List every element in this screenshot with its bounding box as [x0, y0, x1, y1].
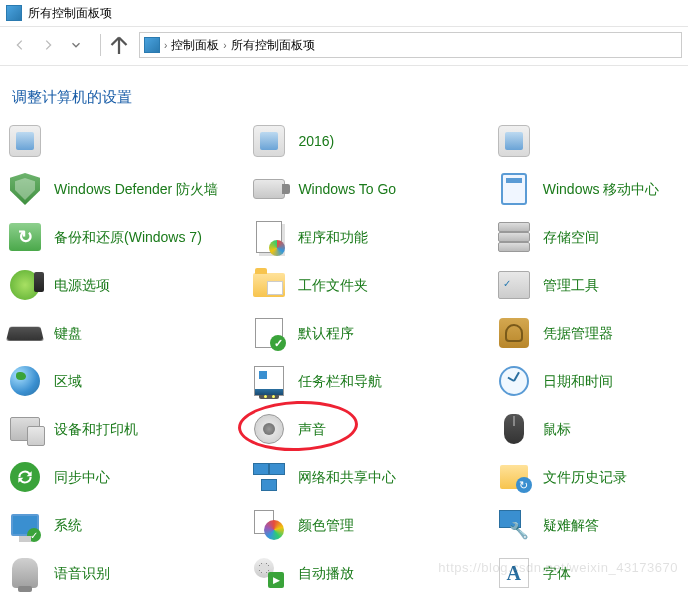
breadcrumb-segment[interactable]: 所有控制面板项: [231, 37, 315, 54]
shield-icon: [10, 173, 40, 205]
mouse-icon: [504, 414, 524, 444]
taskbar-icon: [254, 366, 284, 396]
item-label: 字体: [543, 564, 571, 582]
breadcrumb-segment[interactable]: 控制面板: [171, 37, 219, 54]
control-panel-icon: [6, 5, 22, 21]
generic-icon: [9, 125, 41, 157]
forward-button[interactable]: [34, 31, 62, 59]
item-devices-printers[interactable]: 设备和打印机: [6, 405, 250, 453]
item-label: 任务栏和导航: [298, 372, 382, 390]
item-windows-defender-firewall[interactable]: Windows Defender 防火墙: [6, 165, 250, 213]
keyboard-icon: [6, 327, 44, 341]
item-file-history[interactable]: 文件历史记录: [495, 453, 682, 501]
generic-icon: [498, 125, 530, 157]
item-label: 程序和功能: [298, 228, 368, 246]
item-taskbar-navigation[interactable]: 任务栏和导航: [250, 357, 494, 405]
item-windows-to-go[interactable]: Windows To Go: [250, 165, 494, 213]
item-troubleshooting[interactable]: 疑难解答: [495, 501, 682, 549]
item-programs-features[interactable]: 程序和功能: [250, 213, 494, 261]
window-title: 所有控制面板项: [28, 5, 112, 22]
usb-drive-icon: [253, 179, 285, 199]
mobility-icon: [501, 173, 527, 205]
item-truncated-date[interactable]: 2016): [250, 117, 494, 165]
item-label: 工作文件夹: [298, 276, 368, 294]
item-label: Windows Defender 防火墙: [54, 180, 218, 198]
item-default-programs[interactable]: 默认程序: [250, 309, 494, 357]
title-bar: 所有控制面板项: [0, 0, 688, 26]
microphone-icon: [12, 558, 38, 588]
nav-bar: › 控制面板 › 所有控制面板项: [0, 27, 688, 63]
safe-icon: [499, 318, 529, 348]
file-history-icon: [500, 465, 528, 489]
item-work-folders[interactable]: 工作文件夹: [250, 261, 494, 309]
item-backup-restore[interactable]: 备份和还原(Windows 7): [6, 213, 250, 261]
speaker-icon: [254, 414, 284, 444]
item-credential-manager[interactable]: 凭据管理器: [495, 309, 682, 357]
item-fonts[interactable]: 字体: [495, 549, 682, 593]
item-label: Windows 移动中心: [543, 180, 660, 198]
item-region[interactable]: 区域: [6, 357, 250, 405]
control-panel-grid: 2016) 2016) Windows Defender 防火墙 Windows…: [0, 117, 688, 593]
item-label: 设备和打印机: [54, 420, 138, 438]
item-label: 鼠标: [543, 420, 571, 438]
back-button[interactable]: [6, 31, 34, 59]
programs-icon: [256, 221, 282, 253]
default-apps-icon: [255, 318, 283, 348]
item-label: 声音: [298, 420, 326, 438]
chevron-right-icon: ›: [223, 40, 226, 51]
item-label: 系统: [54, 516, 82, 534]
item-truncated[interactable]: 2016): [6, 117, 250, 165]
item-label: 2016): [298, 132, 334, 150]
item-speech-recognition[interactable]: 语音识别: [6, 549, 250, 593]
sync-icon: [10, 462, 40, 492]
address-bar[interactable]: › 控制面板 › 所有控制面板项: [139, 32, 682, 58]
color-wheel-icon: [254, 510, 284, 540]
control-panel-icon: [144, 37, 160, 53]
item-label: 凭据管理器: [543, 324, 613, 342]
item-label: 键盘: [54, 324, 82, 342]
item-label: 同步中心: [54, 468, 110, 486]
item-label: 管理工具: [543, 276, 599, 294]
page-header: 调整计算机的设置: [0, 66, 688, 117]
item-label: Windows To Go: [298, 180, 396, 198]
item-label: 电源选项: [54, 276, 110, 294]
network-icon: [253, 463, 285, 491]
page-title: 调整计算机的设置: [12, 88, 688, 107]
item-label: 日期和时间: [543, 372, 613, 390]
item-label: 语音识别: [54, 564, 110, 582]
item-windows-mobility-center[interactable]: Windows 移动中心: [495, 165, 682, 213]
item-system[interactable]: 系统: [6, 501, 250, 549]
item-sync-center[interactable]: 同步中心: [6, 453, 250, 501]
item-label: 区域: [54, 372, 82, 390]
item-storage-spaces[interactable]: 存储空间: [495, 213, 682, 261]
item-autoplay[interactable]: 自动播放: [250, 549, 494, 593]
folder-icon: [253, 273, 285, 297]
font-icon: [499, 558, 529, 588]
storage-icon: [498, 222, 530, 252]
devices-icon: [10, 417, 40, 441]
item-label: 备份和还原(Windows 7): [54, 228, 202, 246]
item-label: 自动播放: [298, 564, 354, 582]
item-sound[interactable]: 声音: [250, 405, 494, 453]
item-color-management[interactable]: 颜色管理: [250, 501, 494, 549]
item-power-options[interactable]: 电源选项: [6, 261, 250, 309]
item-label: 疑难解答: [543, 516, 599, 534]
recent-dropdown[interactable]: [62, 31, 90, 59]
item-keyboard[interactable]: 键盘: [6, 309, 250, 357]
item-truncated[interactable]: [495, 117, 682, 165]
up-button[interactable]: [107, 33, 131, 57]
item-admin-tools[interactable]: 管理工具: [495, 261, 682, 309]
item-network-sharing[interactable]: 网络和共享中心: [250, 453, 494, 501]
generic-icon: [253, 125, 285, 157]
item-mouse[interactable]: 鼠标: [495, 405, 682, 453]
item-label: 网络和共享中心: [298, 468, 396, 486]
item-label: 文件历史记录: [543, 468, 627, 486]
item-label: 默认程序: [298, 324, 354, 342]
autoplay-icon: [254, 558, 284, 588]
item-label: 存储空间: [543, 228, 599, 246]
globe-icon: [10, 366, 40, 396]
power-icon: [10, 270, 40, 300]
system-icon: [11, 514, 39, 536]
item-date-time[interactable]: 日期和时间: [495, 357, 682, 405]
item-label: 颜色管理: [298, 516, 354, 534]
